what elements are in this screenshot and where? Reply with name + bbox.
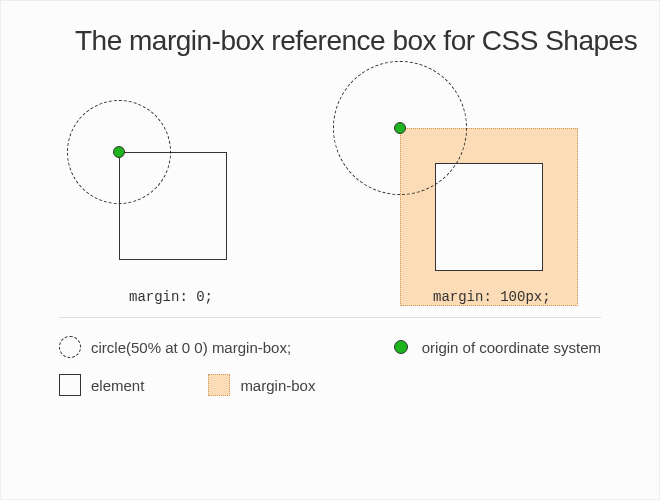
legend-origin: origin of coordinate system [390,339,601,356]
dashed-circle-icon [59,336,81,358]
element-box-icon [59,374,81,396]
legend-margin-box: margin-box [208,374,315,396]
legend-origin-label: origin of coordinate system [422,339,601,356]
legend-shape-func-label: circle(50% at 0 0) margin-box; [91,339,291,356]
fig-left-origin-dot [113,146,125,158]
fig-right-element-box [435,163,543,271]
legend-element-label: element [91,377,144,394]
margin-box-icon [208,374,230,396]
fig-right-origin-dot [394,122,406,134]
fig-left-caption: margin: 0; [129,289,213,305]
diagram-stage: margin: 0; margin: 100px; [1,57,659,317]
diagram-title: The margin-box reference box for CSS Sha… [1,1,659,57]
legend: circle(50% at 0 0) margin-box; origin of… [1,318,659,396]
fig-right-caption: margin: 100px; [433,289,551,305]
origin-dot-icon [394,340,408,354]
legend-margin-box-label: margin-box [240,377,315,394]
legend-element: element [59,374,144,396]
legend-shape-func: circle(50% at 0 0) margin-box; [59,336,291,358]
